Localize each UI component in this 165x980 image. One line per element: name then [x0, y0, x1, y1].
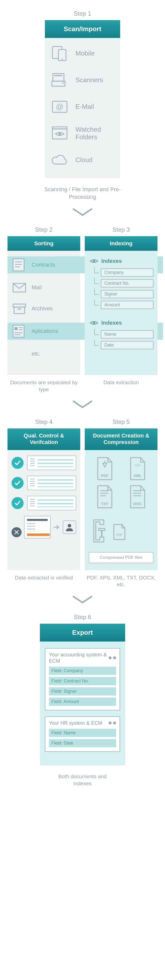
clamp-icon [89, 517, 108, 547]
eye-icon [90, 258, 98, 264]
file-type-icon: PDF [95, 457, 115, 481]
person-icon [63, 520, 76, 534]
step2-caption: Documents are separated by type [8, 379, 80, 393]
archive-icon [11, 302, 27, 316]
step3-label: Step 3 [85, 226, 157, 233]
svg-rect-22 [14, 327, 17, 330]
svg-rect-20 [17, 309, 21, 310]
check-ok-icon [11, 497, 24, 509]
step1-item-label: Mobile [75, 50, 95, 57]
svg-rect-13 [13, 259, 24, 271]
doc-applications-icon [11, 324, 27, 338]
export-field: Field: Amount [49, 698, 116, 706]
watched-folder-icon [51, 126, 68, 142]
file-type-icon: DOC [128, 485, 148, 509]
index-field: Date [101, 341, 154, 349]
svg-rect-7 [62, 83, 64, 83]
doc-contracts-icon [11, 258, 27, 272]
check-ok-icon [11, 457, 24, 469]
verified-doc-card [27, 476, 76, 490]
verified-doc-card [27, 456, 76, 470]
compressed-label: Compressed PDF files [89, 552, 154, 563]
export-field: Field: Contract No. [49, 677, 116, 685]
step1-caption: Scanning / File Import and Pre-Processin… [42, 186, 123, 200]
export-field: Field: Date [49, 739, 116, 747]
reject-icon [11, 527, 22, 537]
verified-doc-card [27, 496, 76, 511]
step6-header: Export [40, 624, 125, 641]
step6-card: Export Your accounting system & ECM Fiel… [40, 624, 125, 765]
compressed-file-icon: PDF [112, 524, 126, 541]
step1-item-label: Watched Folders [75, 126, 114, 141]
eye-icon [90, 320, 98, 326]
index-group: Indexes Company Contract No. Signer Amou… [89, 256, 154, 309]
dots-icon [108, 656, 116, 659]
step1-card: Scan/Import Mobile Scanners @ E-Mail Wat… [45, 20, 120, 178]
svg-rect-19 [14, 307, 25, 313]
svg-text:</>: </> [135, 463, 140, 468]
step2-header: Sorting [8, 236, 80, 251]
etc-placeholder [11, 347, 27, 361]
review-monitor-icon [24, 516, 51, 538]
svg-text:@: @ [56, 102, 63, 111]
step1-header: Scan/Import [45, 20, 120, 38]
step1-item-label: E-Mail [75, 103, 94, 111]
svg-point-12 [58, 133, 61, 135]
export-system-card: Your HR system & ECM Field: Name Field: … [45, 716, 120, 752]
step1-item-label: Cloud [75, 156, 93, 164]
file-type-label: PDF [95, 473, 115, 478]
export-system-card: Your accounting system & ECM Field: Comp… [45, 648, 120, 710]
check-ok-icon [11, 477, 24, 489]
index-field: Company [101, 268, 154, 277]
step6-label: Step 6 [5, 614, 160, 620]
step5-caption: PDF, XPS, XML, TXT, DOCX, etc. [85, 574, 157, 588]
file-type-label: DOC [128, 501, 148, 506]
svg-rect-6 [54, 75, 63, 76]
index-group-heading: Indexes [101, 320, 122, 326]
dots-icon [108, 721, 116, 724]
svg-text:PDF: PDF [116, 533, 123, 537]
svg-rect-11 [52, 127, 67, 129]
step4-label: Step 4 [8, 418, 80, 425]
step3-caption: Data extraction [85, 379, 157, 393]
svg-point-30 [68, 524, 71, 527]
export-system-name: Your HR system & ECM [49, 720, 102, 726]
file-type-label: XML [128, 473, 148, 478]
cloud-icon [51, 152, 68, 168]
sorting-row-label: Mail [31, 284, 42, 291]
svg-point-3 [62, 59, 63, 60]
chevron-down-icon [72, 400, 93, 408]
index-field: Contract No. [101, 279, 154, 288]
mobile-icon [51, 46, 68, 62]
step5-header: Document Creation & Compression [85, 428, 157, 450]
file-type-label: TXT [95, 501, 115, 506]
index-field: Signer [101, 290, 154, 298]
file-type-icon: </> XML [128, 457, 148, 481]
sorting-row-label: Contracts [31, 262, 55, 268]
step2-label: Step 2 [8, 226, 80, 233]
sorting-linked-row: Aplications [8, 323, 80, 340]
step4-caption: Data extracted is verified [8, 574, 80, 588]
index-group-heading: Indexes [101, 258, 122, 264]
sorting-row-label: Archives [31, 305, 53, 312]
email-icon: @ [51, 99, 68, 115]
svg-rect-5 [52, 81, 65, 86]
svg-rect-4 [53, 74, 64, 81]
step2-step3-row: Step 2 Sorting Contracts Mail [8, 226, 157, 375]
sorting-row-label: etc. [31, 350, 40, 357]
step4-step5-row: Step 4 Qual. Control & Verifcation [8, 418, 157, 570]
chevron-down-icon [72, 208, 93, 216]
svg-rect-18 [13, 304, 25, 307]
file-type-icon: TXT [95, 485, 115, 509]
sorting-linked-row: Contracts [8, 256, 80, 274]
export-field: Field: Signer [49, 687, 116, 695]
export-field: Field: Name [49, 729, 116, 737]
export-field: Field: Company [49, 667, 116, 675]
step6-caption: Both documents and indexes [52, 773, 113, 787]
scanner-icon [51, 72, 68, 88]
index-field: Name [101, 330, 154, 339]
index-group: Indexes Name Date [89, 318, 154, 349]
export-system-name: Your accounting system & ECM [49, 652, 108, 664]
step1-label: Step 1 [5, 10, 160, 17]
svg-rect-39 [99, 528, 105, 530]
